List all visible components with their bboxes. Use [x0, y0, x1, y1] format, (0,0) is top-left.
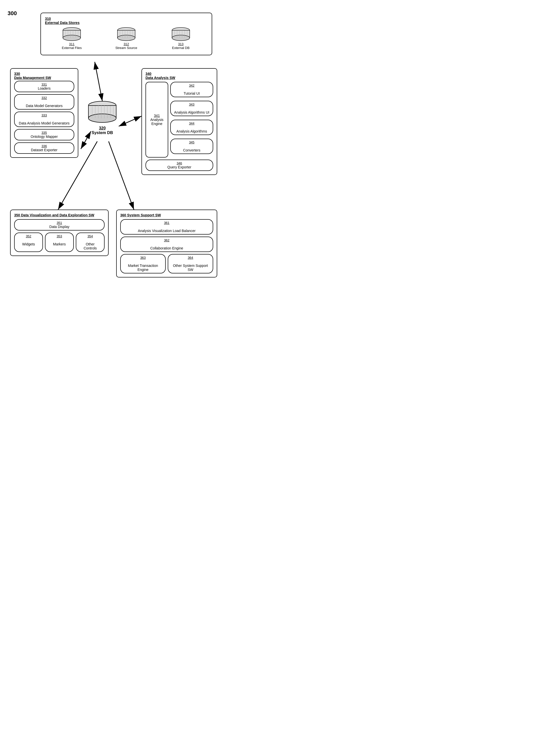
pill-363-num: 363: [123, 256, 163, 260]
system-db-icon: [87, 101, 117, 125]
pill-342-num: 342: [173, 84, 210, 87]
pill-351-label: Data Display: [49, 225, 69, 229]
box-360-label: System Support SW: [127, 213, 161, 217]
system-db-text: System DB: [92, 131, 113, 135]
db-312-num: 312: [115, 42, 137, 46]
box-330-label: Data Management SW: [14, 76, 51, 80]
analysis-engine-box: 341 Analysis Engine: [145, 82, 168, 158]
box-360-title: 360 System Support SW: [120, 213, 213, 217]
db-icons-row: 311 External Files 312: [45, 27, 208, 50]
pill-332-label: Data Model Generators: [26, 104, 63, 108]
engine-label: 341 Analysis Engine: [148, 114, 166, 126]
system-db-num: 320: [99, 126, 106, 130]
box-350-label: Data Visualization and Data Exploration …: [21, 213, 94, 217]
pill-335-num: 335: [17, 131, 71, 135]
pill-331-label: Loaders: [38, 86, 51, 90]
svg-point-18: [117, 35, 135, 41]
box-330-num: 330: [14, 72, 20, 76]
pill-353-num: 353: [48, 234, 71, 238]
pill-335-label: Ontology Mapper: [31, 135, 58, 139]
pill-354: 354 Other Controls: [76, 233, 105, 252]
diagram-root: 300 310 External Data Stores: [8, 8, 220, 290]
box-310-num: 310: [45, 17, 51, 21]
pill-362-num: 362: [123, 238, 210, 242]
analysis-right-col: 342 Tutorial UI 343 Analysis Algorithms …: [170, 82, 213, 158]
box-340-num: 340: [145, 72, 151, 76]
pill-363-label: Market Transaction Engine: [128, 264, 158, 272]
db-311-wrap: 311 External Files: [62, 27, 82, 50]
pill-333-label: Data Analysis Model Generators: [19, 121, 70, 125]
pill-361-num: 361: [123, 221, 210, 225]
pill-361-label: Analysis Visualization Load Balancer: [138, 229, 196, 233]
db-312-wrap: 312 Stream Source: [115, 27, 137, 50]
pill-336-num: 336: [17, 144, 71, 148]
db-311-num: 311: [62, 42, 82, 46]
box-310-title: 310 External Data Stores: [45, 17, 208, 25]
pill-351: 351 Data Display: [14, 219, 105, 231]
db-312-label: 312 Stream Source: [115, 42, 137, 50]
pill-354-label: Other Controls: [84, 242, 97, 250]
pill-364: 364 Other System Support SW: [168, 254, 213, 274]
db-313-wrap: 313 External DB: [171, 27, 191, 50]
pill-346: 346 Query Exporter: [145, 160, 213, 171]
pill-346-num: 346: [149, 161, 210, 165]
box-350-title: 350 Data Visualization and Data Explorat…: [14, 213, 105, 217]
db-313-num: 313: [172, 42, 189, 46]
pill-344-num: 344: [173, 121, 210, 125]
pill-361: 361 Analysis Visualization Load Balancer: [120, 219, 213, 235]
pill-333-num: 333: [17, 113, 71, 117]
box-350-num: 350: [14, 213, 20, 217]
box-external-data-stores: 310 External Data Stores: [40, 13, 212, 55]
svg-point-27: [172, 35, 190, 41]
pill-353-label: Markers: [53, 242, 66, 246]
pill-342-label: Tutorial UI: [184, 91, 200, 95]
pill-336: 336 Dataset Exporter: [14, 142, 74, 154]
pill-343: 343 Analysis Algorithms UI: [170, 101, 213, 116]
box-360-num: 360: [120, 213, 126, 217]
main-label: 300: [8, 10, 17, 17]
engine-num: 341: [154, 114, 160, 118]
db-313-icon: [171, 27, 191, 41]
pill-345: 345 Converters: [170, 139, 213, 154]
pill-345-num: 345: [173, 140, 210, 144]
pill-332: 332 Data Model Generators: [14, 94, 74, 110]
support-bottom-row: 363 Market Transaction Engine 364 Other …: [120, 254, 213, 274]
db-313-text: External DB: [172, 46, 189, 50]
db-313-label: 313 External DB: [172, 42, 189, 50]
engine-text: Analysis Engine: [150, 118, 163, 126]
box-data-visualization: 350 Data Visualization and Data Explorat…: [10, 210, 109, 256]
pill-353: 353 Markers: [45, 233, 74, 252]
pill-346-label: Query Exporter: [167, 165, 191, 169]
db-311-icon: [62, 27, 82, 41]
pill-336-label: Dataset Exporter: [31, 148, 57, 152]
pill-363: 363 Market Transaction Engine: [120, 254, 166, 274]
db-311-label: 311 External Files: [62, 42, 82, 50]
pill-354-num: 354: [79, 234, 102, 238]
pill-343-label: Analysis Algorithms UI: [174, 110, 209, 114]
pill-352: 352 Widgets: [14, 233, 43, 252]
svg-line-6: [109, 141, 134, 210]
pill-362: 362 Collaboration Engine: [120, 237, 213, 252]
db-311-text: External Files: [62, 46, 82, 50]
system-db: 320 System DB: [87, 101, 117, 135]
pill-343-num: 343: [173, 103, 210, 106]
pill-342: 342 Tutorial UI: [170, 82, 213, 97]
pill-332-num: 332: [17, 96, 71, 100]
box-system-support: 360 System Support SW 361 Analysis Visua…: [116, 210, 217, 278]
pill-331-num: 331: [17, 83, 71, 86]
pill-352-num: 352: [17, 234, 40, 238]
box-340-title: 340 Data Analysis SW: [145, 72, 213, 80]
box-data-analysis: 340 Data Analysis SW 341 Analysis Engine…: [141, 68, 217, 175]
db-312-text: Stream Source: [115, 46, 137, 50]
pill-351-num: 351: [17, 221, 102, 225]
pill-333: 333 Data Analysis Model Generators: [14, 112, 74, 127]
pill-362-label: Collaboration Engine: [150, 246, 183, 250]
box-data-management: 330 Data Management SW 331 Loaders 332 D…: [10, 68, 78, 158]
pill-331: 331 Loaders: [14, 81, 74, 92]
box-340-label: Data Analysis SW: [145, 76, 175, 80]
pill-345-label: Converters: [183, 148, 200, 152]
svg-point-36: [88, 114, 116, 123]
pill-344-label: Analysis Algorithms: [176, 129, 207, 133]
svg-line-2: [95, 62, 102, 101]
svg-point-9: [63, 35, 81, 41]
